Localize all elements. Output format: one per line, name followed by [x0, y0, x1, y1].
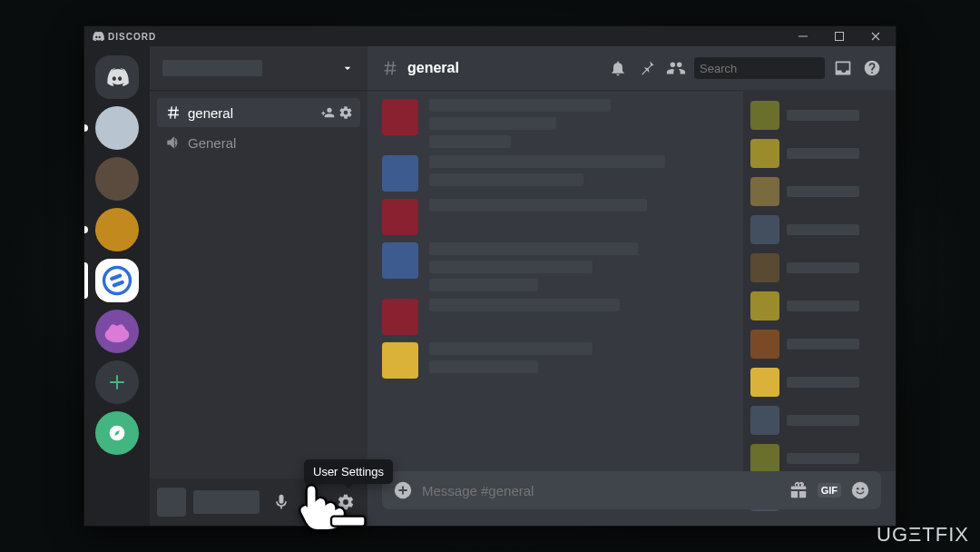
gif-button[interactable]: GIF	[818, 483, 841, 498]
member-row[interactable]	[750, 101, 888, 130]
user-avatar[interactable]	[157, 488, 186, 517]
speaker-icon	[164, 133, 182, 152]
member-name	[787, 377, 859, 388]
member-row[interactable]	[750, 215, 888, 244]
search-box[interactable]	[694, 57, 825, 79]
member-avatar	[750, 406, 779, 435]
message-avatar	[382, 155, 418, 192]
member-row[interactable]	[750, 253, 888, 282]
member-row[interactable]	[750, 406, 888, 435]
svg-point-8	[857, 488, 859, 490]
discord-home-icon	[105, 65, 129, 89]
guild-item[interactable]	[95, 310, 139, 353]
member-list[interactable]	[743, 90, 896, 471]
member-name	[787, 148, 859, 159]
home-button[interactable]	[95, 55, 139, 99]
discord-logo-icon	[92, 30, 104, 43]
hash-icon	[380, 58, 400, 78]
member-row[interactable]	[750, 444, 888, 473]
channel-sidebar: general General User Settings	[150, 46, 368, 526]
search-input[interactable]	[700, 62, 852, 75]
member-avatar	[750, 444, 779, 473]
server-header[interactable]	[150, 46, 368, 90]
svg-point-7	[852, 482, 868, 498]
member-name	[787, 301, 859, 311]
add-member-icon[interactable]	[320, 105, 335, 120]
voice-channel-general[interactable]: General	[157, 128, 360, 157]
server-name	[162, 60, 262, 76]
member-name	[787, 339, 859, 350]
svg-rect-0	[799, 36, 808, 37]
compass-icon	[108, 424, 126, 442]
member-avatar	[750, 139, 779, 168]
text-channel-general[interactable]: general	[157, 98, 360, 127]
member-row[interactable]	[750, 330, 888, 359]
message	[382, 199, 729, 235]
member-avatar	[750, 101, 779, 130]
message	[382, 99, 729, 148]
discord-window: DISCORD	[83, 25, 897, 527]
titlebar: DISCORD	[84, 26, 896, 46]
help-button[interactable]	[861, 57, 883, 79]
chat-header: general	[368, 46, 896, 90]
member-row[interactable]	[750, 368, 888, 397]
message-avatar	[382, 299, 418, 335]
message	[382, 342, 729, 379]
window-minimize-button[interactable]	[790, 26, 816, 46]
cursor-hand-pointer-icon	[296, 477, 367, 533]
gear-icon[interactable]	[338, 105, 353, 120]
inbox-button[interactable]	[832, 57, 854, 79]
message	[382, 242, 729, 291]
channel-title: general	[407, 60, 459, 76]
chevron-down-icon	[340, 61, 355, 75]
inbox-icon	[834, 59, 852, 77]
channel-label: general	[188, 105, 233, 121]
plus-icon	[108, 373, 126, 391]
member-row[interactable]	[750, 291, 888, 320]
message-list[interactable]	[368, 90, 743, 471]
member-avatar	[750, 368, 779, 397]
add-attachment-icon[interactable]	[393, 480, 413, 500]
members-toggle-button[interactable]	[665, 57, 687, 79]
member-row[interactable]	[750, 139, 888, 168]
member-name	[787, 415, 859, 426]
chat-area: general	[368, 46, 896, 526]
member-name	[787, 453, 859, 464]
svg-rect-10	[331, 517, 365, 527]
pinned-messages-button[interactable]	[636, 57, 658, 79]
message-composer[interactable]: GIF	[382, 471, 881, 509]
message-input[interactable]	[422, 483, 779, 498]
message	[382, 155, 729, 192]
member-name	[787, 224, 859, 235]
member-avatar	[750, 253, 779, 282]
channel-list: general General	[150, 90, 368, 478]
guild-item[interactable]	[95, 157, 139, 201]
microphone-icon	[272, 493, 290, 511]
guild-avatar-icon	[100, 314, 134, 349]
add-server-button[interactable]	[95, 360, 139, 404]
guild-item-selected[interactable]	[95, 259, 139, 302]
member-name	[787, 186, 859, 197]
member-avatar	[750, 215, 779, 244]
people-icon	[666, 58, 686, 78]
window-close-button[interactable]	[863, 26, 888, 46]
gift-icon[interactable]	[789, 480, 808, 500]
hash-icon	[164, 104, 182, 122]
emoji-icon[interactable]	[850, 480, 870, 500]
guild-item[interactable]	[95, 208, 139, 251]
discover-servers-button[interactable]	[95, 411, 139, 455]
watermark: UGΞTFIX	[877, 523, 969, 547]
message	[382, 299, 729, 335]
pin-icon	[638, 59, 656, 77]
member-row[interactable]	[750, 177, 888, 206]
user-info	[193, 490, 260, 514]
member-name	[787, 110, 859, 121]
guild-item[interactable]	[95, 106, 139, 150]
window-maximize-button[interactable]	[827, 26, 852, 46]
message-avatar	[382, 99, 418, 135]
svg-rect-1	[836, 33, 844, 41]
app-title: DISCORD	[108, 32, 156, 42]
notifications-button[interactable]	[607, 57, 629, 79]
help-icon	[863, 59, 881, 77]
mute-button[interactable]	[267, 488, 296, 517]
